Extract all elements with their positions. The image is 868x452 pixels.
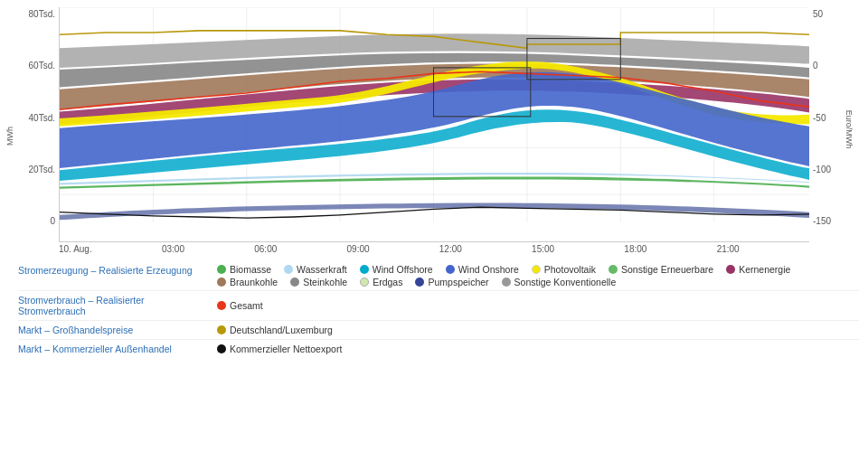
legend-item-braunkohle: Braunkohle: [217, 277, 278, 287]
legend-item-steinkohle: Steinkohle: [290, 277, 347, 287]
pumpspeicher-dot: [415, 278, 424, 287]
y-axis-left: 80Tsd. 60Tsd. 40Tsd. 20Tsd. 0: [9, 7, 59, 242]
steinkohle-label: Steinkohle: [303, 277, 347, 287]
netexport-dot: [217, 344, 226, 353]
legend-label-generation: Stromerzeugung – Realisierte Erzeugung: [18, 264, 217, 278]
chart-canvas: [59, 7, 809, 242]
legend-item-netexport: Kommerzieller Nettoexport: [217, 344, 342, 354]
photovoltaik-dot: [532, 265, 541, 274]
legend-label-market-prices: Markt – Großhandelspreise: [18, 325, 217, 335]
legend-area: Stromerzeugung – Realisierte Erzeugung B…: [9, 258, 859, 358]
y-left-unit-label: MWh: [5, 127, 14, 146]
y-label-0: 0: [50, 216, 55, 226]
x-label-3: 03:00: [162, 244, 184, 254]
wind-onshore-dot: [446, 265, 455, 274]
y-label-80: 80Tsd.: [29, 9, 55, 19]
wind-offshore-dot: [360, 265, 369, 274]
legend-label-consumption: Stromverbrauch – Realisierter Stromverbr…: [18, 295, 217, 316]
legend-item-wind-onshore: Wind Onshore: [446, 264, 519, 275]
legend-section-market-prices: Markt – Großhandelspreise Deutschland/Lu…: [18, 321, 859, 340]
sonstige-ern-dot: [609, 265, 618, 274]
wasserkraft-dot: [284, 265, 293, 274]
wasserkraft-label: Wasserkraft: [297, 264, 347, 275]
x-axis: 10. Aug. 03:00 06:00 09:00 12:00 15:00 1…: [9, 242, 859, 254]
y-right-0: 0: [813, 61, 818, 71]
de-lux-dot: [217, 325, 226, 334]
y-label-20: 20Tsd.: [29, 165, 55, 174]
x-label-18: 18:00: [624, 244, 646, 254]
erdgas-label: Erdgas: [373, 277, 402, 287]
legend-item-erdgas: Erdgas: [360, 277, 402, 287]
y-right-label: Euro/MWh: [845, 110, 854, 149]
legend-items-generation: Biomasse Wasserkraft Wind Offshore Wind …: [217, 264, 859, 287]
photovoltaik-label: Photovoltaik: [544, 264, 596, 275]
y-right-neg100: -100: [813, 165, 831, 174]
legend-item-gesamt: Gesamt: [217, 300, 263, 311]
legend-item-kernenergie: Kernenergie: [726, 264, 790, 275]
legend-section-generation: Stromerzeugung – Realisierte Erzeugung B…: [18, 261, 859, 291]
kernenergie-dot: [726, 265, 735, 274]
legend-label-market-trade: Markt – Kommerzieller Außenhandel: [18, 344, 217, 354]
legend-item-pumpspeicher: Pumpspeicher: [415, 277, 488, 287]
y-label-60: 60Tsd.: [29, 61, 55, 71]
netexport-label: Kommerzieller Nettoexport: [230, 344, 342, 354]
biomasse-label: Biomasse: [230, 264, 271, 275]
y-axis-right: 50 0 -50 -100 -150 Euro/MWh: [809, 7, 859, 242]
braunkohle-label: Braunkohle: [230, 277, 278, 287]
y-right-neg50: -50: [813, 113, 826, 123]
x-label-9: 09:00: [347, 244, 370, 254]
legend-section-market-trade: Markt – Kommerzieller Außenhandel Kommer…: [18, 340, 859, 358]
wind-offshore-label: Wind Offshore: [373, 264, 433, 275]
y-right-neg150: -150: [813, 216, 831, 226]
sonstige-kon-dot: [502, 278, 511, 287]
y-right-50: 50: [813, 9, 823, 19]
de-lux-label: Deutschland/Luxemburg: [230, 325, 333, 335]
wind-onshore-label: Wind Onshore: [458, 264, 519, 275]
legend-item-photovoltaik: Photovoltaik: [532, 264, 596, 275]
legend-item-wasserkraft: Wasserkraft: [284, 264, 347, 275]
x-label-12: 12:00: [439, 244, 462, 254]
legend-item-biomasse: Biomasse: [217, 264, 271, 275]
x-label-0: 10. Aug.: [59, 244, 92, 254]
legend-item-wind-offshore: Wind Offshore: [360, 264, 433, 275]
gesamt-dot: [217, 301, 226, 310]
pumpspeicher-label: Pumpspeicher: [428, 277, 488, 287]
sonstige-kon-label: Sonstige Konventionelle: [514, 277, 617, 287]
biomasse-dot: [217, 265, 226, 274]
kernenergie-label: Kernenergie: [739, 264, 790, 275]
braunkohle-dot: [217, 278, 226, 287]
legend-item-de-lux: Deutschland/Luxemburg: [217, 325, 333, 335]
sonstige-ern-label: Sonstige Erneuerbare: [621, 264, 713, 275]
y-label-40: 40Tsd.: [29, 113, 55, 123]
steinkohle-dot: [290, 278, 299, 287]
x-label-21: 21:00: [717, 244, 740, 254]
erdgas-dot: [360, 278, 369, 287]
legend-item-sonstige-kon: Sonstige Konventionelle: [502, 277, 617, 287]
legend-item-sonstige-ern: Sonstige Erneuerbare: [609, 264, 713, 275]
gesamt-label: Gesamt: [230, 300, 263, 311]
x-label-6: 06:00: [254, 244, 277, 254]
legend-section-consumption: Stromverbrauch – Realisierter Stromverbr…: [18, 291, 859, 321]
x-label-15: 15:00: [532, 244, 554, 254]
